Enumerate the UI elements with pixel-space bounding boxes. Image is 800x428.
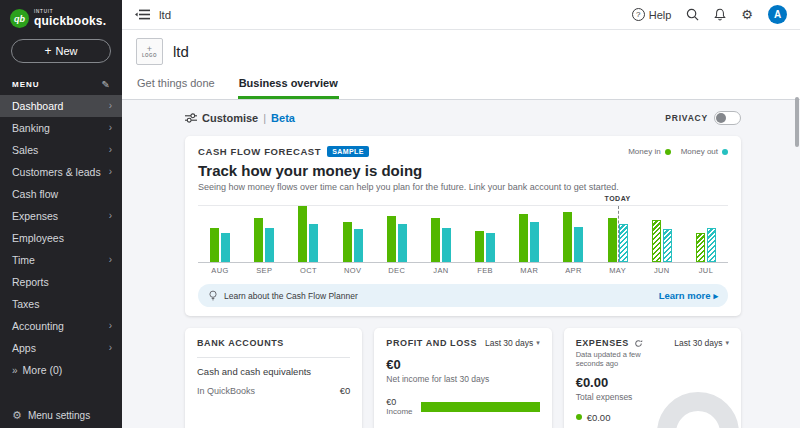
chevron-right-icon: › [109, 343, 112, 353]
cashflow-card-header: CASH FLOW FORECAST SAMPLE Money in Money… [198, 146, 728, 157]
month-label-nov: NOV [331, 266, 375, 275]
bar-money-out [619, 224, 628, 262]
bar-money-out [309, 224, 318, 262]
double-chevron-icon: » [12, 365, 18, 376]
legend-money-out-label: Money out [681, 147, 718, 156]
company-logo-placeholder[interactable]: + LOGO [136, 38, 163, 65]
sidebar-item-label: Apps [12, 342, 36, 354]
bank-accounts-source: In QuickBooks [197, 386, 255, 396]
bar-group-nov [331, 206, 375, 262]
quickbooks-wordmark: quickbooks. [34, 15, 106, 27]
sidebar-item-expenses[interactable]: Expenses› [0, 205, 122, 227]
month-label-aug: AUG [198, 266, 242, 275]
expenses-amount: €0.00 [576, 375, 729, 390]
collapse-sidebar-icon[interactable] [135, 9, 150, 20]
sidebar-item-apps[interactable]: Apps› [0, 337, 122, 359]
customise-label: Customise [202, 112, 258, 124]
sidebar-item-taxes[interactable]: Taxes [0, 293, 122, 315]
refresh-icon[interactable] [634, 339, 643, 348]
quickbooks-logo[interactable]: qb INTUIT quickbooks. [0, 0, 122, 30]
tab-business-overview[interactable]: Business overview [238, 75, 339, 99]
settings-gear-icon[interactable]: ⚙ [741, 8, 753, 21]
sidebar-item-dashboard[interactable]: Dashboard› [0, 95, 122, 117]
lightbulb-icon [208, 290, 218, 302]
bar-money-in [519, 214, 528, 262]
profit-loss-header: PROFIT AND LOSS Last 30 days ▾ [386, 338, 539, 348]
top-header: ltd ? Help ⚙ A [122, 0, 800, 30]
new-button-label: New [56, 45, 78, 57]
legend-money-out: Money out [681, 147, 728, 156]
bar-money-in [343, 222, 352, 262]
bank-accounts-value: €0 [340, 385, 351, 396]
bar-group-sep [242, 206, 286, 262]
legend-money-in-label: Money in [628, 147, 660, 156]
sidebar-item-accounting[interactable]: Accounting› [0, 315, 122, 337]
bank-accounts-card: BANK ACCOUNTS Cash and cash equivalents … [185, 328, 362, 428]
tab-bar: Get things done Business overview [122, 67, 800, 100]
dashboard-toolbar: Customise | Beta PRIVACY [185, 111, 741, 125]
edit-menu-icon[interactable]: ✎ [102, 79, 110, 90]
chevron-right-icon: › [109, 123, 112, 133]
sidebar-item-reports[interactable]: Reports [0, 271, 122, 293]
income-bar [421, 402, 540, 412]
income-row: €0 Income [386, 397, 539, 416]
sidebar-item-label: Cash flow [12, 188, 58, 200]
tab-get-things-done[interactable]: Get things done [136, 75, 216, 99]
notifications-bell-icon[interactable] [714, 8, 726, 21]
chart-month-labels: AUGSEPOCTNOVDECJANFEBMARAPRMAYJUNJUL [198, 266, 728, 275]
bar-group-may: TODAY [596, 206, 640, 262]
sidebar-item-label: Banking [12, 122, 50, 134]
month-label-sep: SEP [242, 266, 286, 275]
page-title: ltd [173, 43, 189, 60]
expenses-updated-note: Data updated a few seconds ago [576, 350, 660, 369]
sidebar-item-sales[interactable]: Sales› [0, 139, 122, 161]
menu-settings-button[interactable]: ⚙ Menu settings [0, 410, 122, 421]
month-label-feb: FEB [463, 266, 507, 275]
today-line [618, 206, 619, 262]
sidebar-item-more[interactable]: » More (0) [0, 359, 122, 381]
sidebar-item-employees[interactable]: Employees [0, 227, 122, 249]
chevron-right-icon: › [109, 321, 112, 331]
expenses-period-dropdown[interactable]: Last 30 days ▾ [674, 338, 729, 348]
bar-money-out [398, 224, 407, 262]
cashflow-title: CASH FLOW FORECAST [198, 146, 321, 157]
avatar[interactable]: A [768, 5, 787, 24]
profit-loss-period-dropdown[interactable]: Last 30 days ▾ [485, 338, 540, 348]
cash-flow-forecast-card: CASH FLOW FORECAST SAMPLE Money in Money… [185, 136, 741, 316]
company-name: ltd [159, 9, 171, 21]
menu-settings-label: Menu settings [28, 410, 90, 421]
new-button[interactable]: + New [11, 39, 111, 63]
sidebar-item-label: Expenses [12, 210, 58, 222]
bar-money-out [354, 229, 363, 262]
summary-cards-row: BANK ACCOUNTS Cash and cash equivalents … [185, 328, 741, 428]
month-label-may: MAY [596, 266, 640, 275]
help-button[interactable]: ? Help [632, 8, 672, 21]
bar-money-out [530, 222, 539, 262]
bar-money-in [608, 218, 617, 262]
sidebar-item-banking[interactable]: Banking› [0, 117, 122, 139]
sidebar-item-cash-flow[interactable]: Cash flow [0, 183, 122, 205]
learn-more-link[interactable]: Learn more ▸ [659, 290, 718, 301]
bar-money-in [298, 206, 307, 262]
bank-accounts-row-label: Cash and cash equivalents [197, 366, 350, 377]
scrollbar[interactable] [795, 97, 799, 147]
topbar-actions: ? Help ⚙ A [632, 5, 787, 24]
bank-accounts-row[interactable]: In QuickBooks €0 [197, 382, 350, 399]
sidebar-item-customers-leads[interactable]: Customers & leads› [0, 161, 122, 183]
chevron-right-icon: › [109, 145, 112, 155]
sidebar: qb INTUIT quickbooks. + New MENU ✎ Dashb… [0, 0, 122, 428]
month-label-jan: JAN [419, 266, 463, 275]
chart-legend: Money in Money out [628, 147, 728, 156]
expenses-period-label: Last 30 days [674, 338, 722, 348]
sidebar-item-time[interactable]: Time› [0, 249, 122, 271]
sidebar-item-label: Sales [12, 144, 38, 156]
cashflow-footer-text: Learn about the Cash Flow Planner [224, 291, 358, 301]
customise-button[interactable]: Customise | Beta [185, 112, 295, 124]
expenses-title-wrap: EXPENSES [576, 338, 643, 348]
privacy-toggle[interactable] [714, 111, 741, 125]
arrow-right-icon: ▸ [713, 291, 718, 301]
bar-money-in [431, 218, 440, 262]
search-icon[interactable] [686, 8, 699, 21]
money-in-dot [665, 149, 671, 155]
bar-money-out [221, 233, 230, 262]
